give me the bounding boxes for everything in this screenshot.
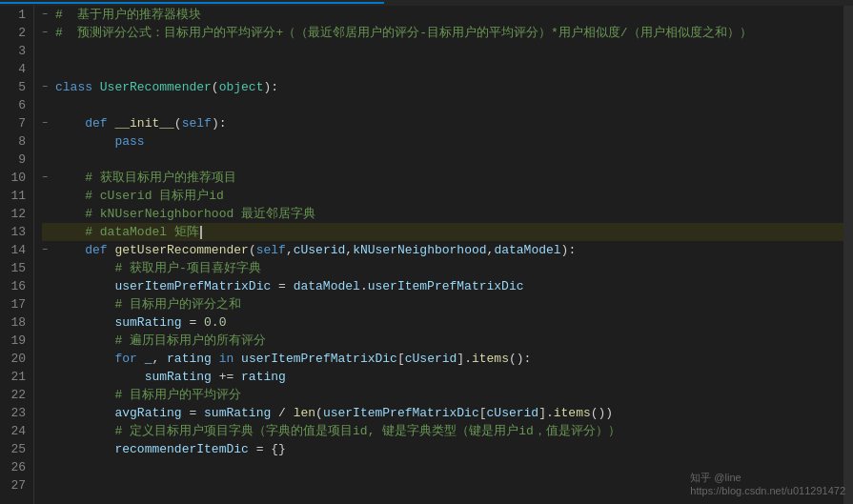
token-plain: [ <box>479 404 487 422</box>
token-cm: # 获取用户-项目喜好字典 <box>114 259 260 277</box>
token-var: userItemPrefMatrixDic <box>241 350 397 368</box>
code-line <box>42 42 843 60</box>
fold-indicator[interactable]: − <box>42 114 55 132</box>
line-number: 22 <box>8 386 26 404</box>
line-number: 13 <box>8 223 26 241</box>
code-line: recommenderItemDic = {} <box>42 440 843 458</box>
token-plain: ): <box>561 241 577 259</box>
line-number: 27 <box>8 476 26 494</box>
fold-indicator <box>42 386 55 404</box>
line-number: 20 <box>8 350 26 368</box>
code-editor: 1234567891011121314151617181920212223242… <box>0 0 853 504</box>
line-number: 19 <box>8 332 26 350</box>
code-line: −class UserRecommender(object): <box>42 78 843 96</box>
fold-indicator <box>42 132 55 151</box>
fold-indicator[interactable]: − <box>42 241 55 259</box>
line-number: 16 <box>8 277 26 295</box>
token-cls: object <box>219 78 264 96</box>
token-plain <box>55 187 85 205</box>
token-cm: # cUserid 目标用户id <box>85 187 224 205</box>
fold-indicator <box>42 42 55 60</box>
fold-indicator <box>42 440 55 458</box>
fold-indicator <box>42 313 55 332</box>
fold-indicator <box>42 476 55 494</box>
token-var: sumRating <box>114 313 181 332</box>
token-var: sumRating <box>145 368 212 386</box>
token-plain: , <box>286 241 294 259</box>
token-plain: , <box>345 241 353 259</box>
line-number: 6 <box>8 96 26 114</box>
token-plain: ( <box>249 241 256 259</box>
code-line <box>42 96 843 114</box>
token-plain <box>212 350 219 368</box>
code-area: 1234567891011121314151617181920212223242… <box>0 6 853 504</box>
token-kw: def <box>85 241 114 259</box>
token-plain: ): <box>263 78 278 96</box>
scrollbar[interactable] <box>843 6 853 504</box>
token-plain <box>55 422 114 440</box>
token-fn: __init__ <box>114 114 173 132</box>
fold-indicator <box>42 404 55 422</box>
token-var: cUserid <box>405 350 457 368</box>
code-line: −# 预测评分公式：目标用户的平均评分+（（最近邻居用户的评分-目标用户的平均评… <box>42 24 843 42</box>
token-plain <box>55 295 114 313</box>
token-cm: # 目标用户的平均评分 <box>114 386 241 404</box>
code-line: # kNUserNeighborhood 最近邻居字典 <box>42 205 843 223</box>
line-number: 11 <box>8 187 26 205</box>
code-line: userItemPrefMatrixDic = dataModel.userIt… <box>42 277 843 295</box>
fold-indicator[interactable]: − <box>42 169 55 187</box>
token-var: sumRating <box>204 404 271 422</box>
code-content[interactable]: −# 基于用户的推荐器模块−# 预测评分公式：目标用户的平均评分+（（最近邻居用… <box>34 6 843 504</box>
code-line <box>42 476 843 494</box>
token-kw: class <box>55 78 100 96</box>
code-line: − # 获取目标用户的推荐项目 <box>42 169 843 187</box>
line-number: 18 <box>8 313 26 332</box>
token-plain: = <box>182 404 204 422</box>
code-line: # dataModel 矩阵 <box>42 223 843 241</box>
line-number: 24 <box>8 422 26 440</box>
token-var: avgRating <box>114 404 181 422</box>
fold-indicator[interactable]: − <box>42 24 55 42</box>
token-plain <box>55 132 114 151</box>
line-number: 26 <box>8 458 26 476</box>
fold-indicator <box>42 422 55 440</box>
token-plain: ( <box>212 78 219 96</box>
token-plain <box>55 169 85 187</box>
token-plain <box>55 368 145 386</box>
line-numbers: 1234567891011121314151617181920212223242… <box>0 6 34 504</box>
token-self-kw: self <box>182 114 212 132</box>
fold-indicator <box>42 458 55 476</box>
token-cm: # 获取目标用户的推荐项目 <box>85 169 236 187</box>
line-number: 7 <box>8 114 26 132</box>
fold-indicator <box>42 205 55 223</box>
token-cm: # 定义目标用户项目字典（字典的值是项目id, 键是字典类型（键是用户id，值是… <box>114 422 619 440</box>
token-plain <box>55 205 85 223</box>
token-plain <box>55 313 114 332</box>
token-plain <box>55 440 114 458</box>
fold-indicator <box>42 259 55 277</box>
code-line: # 遍历目标用户的所有评分 <box>42 332 843 350</box>
code-line: # 目标用户的评分之和 <box>42 295 843 313</box>
token-plain: / <box>271 404 293 422</box>
token-fn: items <box>554 404 591 422</box>
fold-indicator <box>42 151 55 169</box>
token-plain <box>55 241 85 259</box>
token-var: kNUserNeighborhood <box>353 241 486 259</box>
token-cm: # kNUserNeighborhood 最近邻居字典 <box>85 205 315 223</box>
token-cm: # 目标用户的评分之和 <box>114 295 241 313</box>
code-line: sumRating += rating <box>42 368 843 386</box>
code-line <box>42 458 843 476</box>
token-plain <box>55 332 114 350</box>
fold-indicator[interactable]: − <box>42 6 55 24</box>
line-number: 10 <box>8 169 26 187</box>
token-var: rating <box>241 368 286 386</box>
fold-indicator[interactable]: − <box>42 78 55 96</box>
line-number: 14 <box>8 241 26 259</box>
fold-indicator <box>42 295 55 313</box>
fold-indicator <box>42 60 55 78</box>
fold-indicator <box>42 96 55 114</box>
code-line: for _, rating in userItemPrefMatrixDic[c… <box>42 350 843 368</box>
token-plain <box>55 277 114 295</box>
line-number: 23 <box>8 404 26 422</box>
token-kw: in <box>219 350 241 368</box>
